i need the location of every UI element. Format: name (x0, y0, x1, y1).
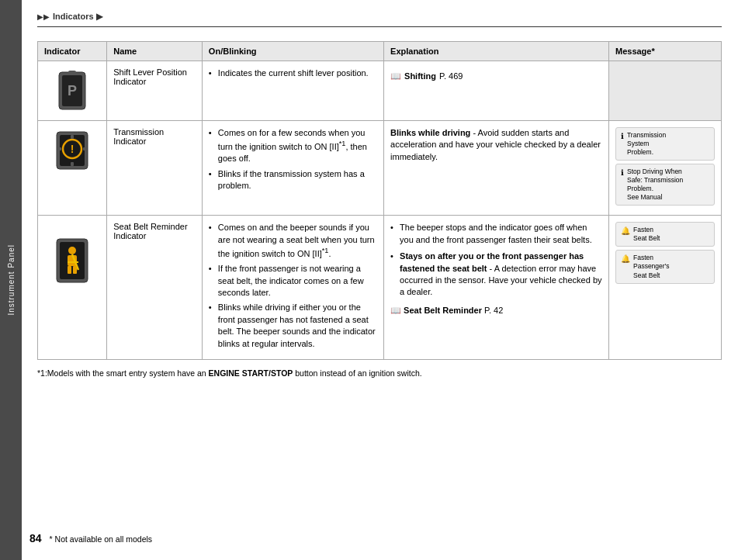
seatbelt-name-text: Seat Belt Reminder Indicator (113, 222, 187, 240)
shift-explanation-cell: 📖 Shifting P. 469 (384, 61, 609, 121)
page-footer: 84 * Not available on all models (29, 532, 152, 544)
transmission-name-text: Transmission Indicator (113, 127, 164, 146)
transmission-explanation-bold: Blinks while driving (390, 128, 470, 137)
seatbelt-onblinking-cell: Comes on and the beeper sounds if you ar… (202, 216, 383, 360)
shift-name-cell: Shift Lever Position Indicator (107, 61, 203, 121)
transmission-msg-1: ℹ TransmissionSystemProblem. (615, 127, 715, 161)
seatbelt-indicator-cell (38, 216, 107, 360)
main-content: ▶▶ Indicators ▶ Indicator Name On/Blinki… (22, 0, 745, 396)
page-container: Instrument Panel ▶▶ Indicators ▶ Indicat… (0, 0, 745, 560)
footnote-bold: ENGINE START/STOP (209, 368, 293, 378)
svg-rect-8 (71, 162, 74, 166)
seatbelt-exp-list: The beeper stops and the indicator goes … (390, 222, 602, 298)
seatbelt-bullet-2: If the front passenger is not wearing a … (209, 263, 377, 299)
seatbelt-bullet-list: Comes on and the beeper sounds if you ar… (209, 222, 377, 350)
transmission-bullet-1: Comes on for a few seconds when you turn… (209, 127, 377, 165)
seatbelt-msg-2: 🔔 FastenPassenger'sSeat Belt (615, 250, 715, 283)
svg-rect-10 (83, 147, 87, 150)
th-message: Message* (608, 42, 721, 61)
sidebar-label: Instrument Panel (7, 244, 16, 316)
transmission-bullet-2: Blinks if the transmission system has a … (209, 168, 377, 192)
shift-icon-wrapper: P (44, 67, 100, 114)
table-row-shift-lever: P Shift Lever Position Indicator Indicat… (38, 61, 722, 121)
footnote-rest: button instead of an ignition switch. (293, 368, 421, 378)
transmission-name-cell: Transmission Indicator (107, 121, 203, 216)
msg-info-icon-1: ℹ (621, 131, 624, 141)
footnote: *1:Models with the smart entry system ha… (37, 368, 722, 380)
seatbelt-exp-2: Stays on after you or the front passenge… (390, 251, 602, 299)
table-row-seatbelt: Seat Belt Reminder Indicator Comes on an… (38, 216, 722, 360)
shifting-ref: 📖 Shifting P. 469 (390, 71, 602, 82)
transmission-indicator-cell: ! (38, 121, 107, 216)
sidebar: Instrument Panel (0, 0, 22, 560)
seatbelt-msg-1-text: FastenSeat Belt (633, 226, 660, 243)
shift-name-text: Shift Lever Position Indicator (113, 67, 187, 86)
header-title: Indicators ▶ (53, 12, 102, 22)
svg-rect-9 (57, 147, 61, 150)
svg-rect-18 (68, 266, 71, 274)
page-number: 84 (29, 532, 42, 544)
seatbelt-ref-label: Seat Belt Reminder (404, 306, 482, 315)
seatbelt-explanation-cell: The beeper stops and the indicator goes … (384, 216, 609, 360)
seatbelt-name-cell: Seat Belt Reminder Indicator (107, 216, 203, 360)
header-arrows: ▶▶ (37, 12, 50, 21)
seatbelt-bullet-1: Comes on and the beeper sounds if you ar… (209, 222, 377, 260)
svg-rect-7 (71, 135, 74, 139)
shift-bullet-1: Indicates the current shift lever positi… (209, 67, 377, 79)
shift-lever-icon: P (56, 71, 88, 111)
transmission-msg-2: ℹ Stop Driving WhenSafe: TransmissionPro… (615, 164, 715, 206)
transmission-icon: ! (55, 130, 89, 171)
footnote-text: *1:Models with the smart entry system ha… (37, 368, 209, 378)
seatbelt-bullet-3: Blinks while driving if either you or th… (209, 302, 377, 350)
svg-point-14 (68, 247, 76, 254)
seatbelt-icon (55, 237, 89, 284)
transmission-explanation-cell: Blinks while driving - Avoid sudden star… (384, 121, 609, 216)
transmission-msg-1-text: TransmissionSystemProblem. (627, 131, 666, 157)
shifting-page: P. 469 (439, 71, 463, 82)
shifting-bold: Shifting (404, 71, 436, 82)
th-name: Name (107, 42, 203, 61)
seatbelt-icon-wrapper (44, 222, 100, 299)
seatbelt-message-cell: 🔔 FastenSeat Belt 🔔 FastenPassenger'sSea… (608, 216, 721, 360)
shift-message-cell (608, 61, 721, 121)
table-header-row: Indicator Name On/Blinking Explanation M… (38, 42, 722, 61)
svg-rect-3 (68, 71, 76, 74)
th-indicator: Indicator (38, 42, 107, 61)
transmission-bullet-list: Comes on for a few seconds when you turn… (209, 127, 377, 192)
th-onblinking: On/Blinking (202, 42, 383, 61)
svg-text:!: ! (71, 143, 74, 155)
header: ▶▶ Indicators ▶ (37, 12, 722, 27)
shift-onblinking-cell: Indicates the current shift lever positi… (202, 61, 383, 121)
transmission-message-cell: ℹ TransmissionSystemProblem. ℹ Stop Driv… (608, 121, 721, 216)
seatbelt-book-icon: 📖 (390, 306, 401, 315)
svg-text:P: P (68, 83, 77, 99)
svg-rect-19 (73, 266, 77, 274)
seatbelt-ref: 📖 Seat Belt Reminder P. 42 (390, 305, 602, 316)
seatbelt-exp-1: The beeper stops and the indicator goes … (390, 222, 602, 246)
seatbelt-msg-icon-1: 🔔 (621, 226, 630, 236)
transmission-onblinking-cell: Comes on for a few seconds when you turn… (202, 121, 383, 216)
seatbelt-msg-icon-2: 🔔 (621, 254, 630, 264)
table-row-transmission: ! Transmission Indicator Comes on for a … (38, 121, 722, 216)
page-note: * Not available on all models (50, 534, 153, 544)
seatbelt-ref-page: P. 42 (484, 306, 503, 315)
transmission-icon-wrapper: ! (44, 127, 100, 174)
msg-info-icon-2: ℹ (621, 168, 624, 178)
transmission-msg-2-text: Stop Driving WhenSafe: TransmissionProbl… (627, 168, 683, 202)
book-icon: 📖 (390, 71, 401, 82)
shift-indicator-cell: P (38, 61, 107, 121)
indicator-table: Indicator Name On/Blinking Explanation M… (37, 41, 722, 360)
th-explanation: Explanation (384, 42, 609, 61)
seatbelt-msg-1: 🔔 FastenSeat Belt (615, 222, 715, 247)
seatbelt-msg-2-text: FastenPassenger'sSeat Belt (633, 254, 670, 279)
shift-bullet-list: Indicates the current shift lever positi… (209, 67, 377, 79)
